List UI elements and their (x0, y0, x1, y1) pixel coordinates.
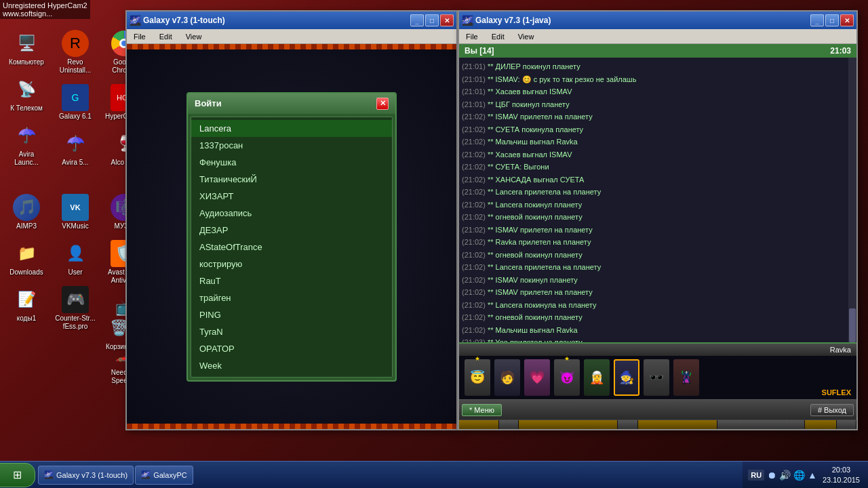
login-player-list[interactable]: Lancera 1337росан Фенушка ТитаническиЙ Х… (191, 117, 393, 378)
login-item-4[interactable]: ХИЗАРТ (191, 188, 392, 205)
login-dialog-title: Войти (195, 98, 222, 108)
tray-icon-arrow[interactable]: ▲ (808, 470, 817, 481)
menu-button[interactable]: * Меню (462, 404, 502, 416)
menu-file-right[interactable]: File (462, 31, 482, 42)
desktop-icon-vkmusic[interactable]: VK VKMusic (52, 191, 98, 233)
char-sprite-4[interactable]: 🧝 (584, 359, 610, 396)
msg-5: (21:02) ** СУЕТА покинула планету (462, 123, 846, 136)
window-controls-left: _ □ ✕ (410, 14, 454, 26)
minimize-button-right[interactable]: _ (810, 14, 824, 26)
login-item-5[interactable]: Аудиозапись (191, 205, 392, 222)
maximize-button-right[interactable]: □ (825, 14, 839, 26)
menu-edit-right[interactable]: Edit (488, 31, 509, 42)
char-sprite-7[interactable]: 🦹 (673, 359, 699, 396)
exit-button[interactable]: # Выход (810, 404, 854, 416)
msg-21: (21:02) ** Мальчиш выгнал Ravka (462, 324, 846, 337)
tray-time-display: 20:03 (823, 465, 860, 474)
login-item-12[interactable]: TyraN (191, 323, 392, 340)
msg-0: (21:01) ** ДИЛЕР покинул планету (462, 60, 846, 73)
char-name-bar: Ravka (459, 344, 856, 356)
prog-r-3 (519, 420, 618, 429)
menu-file-left[interactable]: File (130, 31, 150, 42)
taskbar-item-galaxy-touch[interactable]: 🌌 Galaxy v7.3 (1-touch) (38, 466, 134, 485)
window-icon-right: 🌌 (462, 15, 473, 26)
desktop-icon-avira[interactable]: ☂️ Avira Launc... (3, 119, 50, 169)
desktop-icon-cs[interactable]: 🎮 Counter-Str... fEss.pro (52, 283, 98, 333)
char-sprite-6[interactable]: 🕶️ (644, 359, 669, 396)
login-item-10[interactable]: трайген (191, 289, 392, 306)
login-item-13[interactable]: ОРАТОР (191, 340, 392, 357)
msg-18: (21:02) ** ISMAV прилетел на планету (462, 286, 846, 299)
icon-col-2: R Revo Uninstall... G Galaxy 6.1 ☂️ Avir… (52, 27, 100, 169)
msg-13: (21:02) ** ISMAV прилетел на планету (462, 224, 846, 237)
login-item-7[interactable]: AStateOfTrance (191, 239, 392, 256)
char-sprites-row: 😇 ★ 🧑 💗 😈 ★ 🧝 🧙 🕶️ 🦹 (459, 356, 856, 399)
char-sprite-active[interactable]: 🧙 (614, 359, 639, 396)
tray-lang[interactable]: RU (748, 470, 764, 481)
icon-col-4: 🎵 AIMP3 📁 Downloads 📝 коды1 (3, 191, 51, 388)
login-item-6[interactable]: ДЕЗАР (191, 222, 392, 239)
login-item-14[interactable]: Week (191, 357, 392, 374)
desktop-icon-ktelecom[interactable]: 📡 К Телеком (3, 73, 50, 115)
desktop-icon-kody[interactable]: 📝 коды1 (3, 283, 50, 325)
chat-scrollbar[interactable] (848, 58, 856, 342)
window-galaxy-java: 🌌 Galaxy v7.3 (1-java) _ □ ✕ File Edit V… (458, 10, 858, 430)
chat-time: 21:03 (830, 46, 851, 56)
msg-4: (21:02) ** ISMAV прилетел на планету (462, 110, 846, 123)
login-item-8[interactable]: кострирую (191, 256, 392, 272)
close-button-right[interactable]: ✕ (840, 14, 854, 26)
menu-edit-left[interactable]: Edit (155, 31, 176, 42)
msg-11: (21:02) ** Lancera покинул планету (462, 199, 846, 211)
window-controls-right: _ □ ✕ (810, 14, 854, 26)
char-sprite-0[interactable]: 😇 ★ (465, 359, 490, 396)
login-item-2[interactable]: Фенушка (191, 154, 392, 171)
window-title-left: Galaxy v7.3 (1-touch) (143, 16, 408, 25)
chat-messages-container[interactable]: (21:01) ** ДИЛЕР покинул планету (21:01)… (459, 58, 856, 342)
desktop-icon-aimp3[interactable]: 🎵 AIMP3 (3, 191, 50, 233)
login-close-button[interactable]: ✕ (376, 98, 389, 110)
window-titlebar-right[interactable]: 🌌 Galaxy v7.3 (1-java) _ □ ✕ (459, 12, 856, 29)
desktop-icon-revo[interactable]: R Revo Uninstall... (52, 27, 98, 77)
prog-r-1 (459, 420, 499, 429)
maximize-button-left[interactable]: □ (425, 14, 439, 26)
window-titlebar-left[interactable]: 🌌 Galaxy v7.3 (1-touch) _ □ ✕ (127, 12, 456, 29)
icon-col-1: 🖥️ Компьютер 📡 К Телеком ☂️ Avira Launc.… (3, 27, 51, 169)
start-icon: ⊞ (13, 468, 22, 481)
msg-3: (21:01) ** ЦБГ покинул планету (462, 98, 846, 111)
login-item-1[interactable]: 1337росан (191, 137, 392, 154)
desktop-icon-computer[interactable]: 🖥️ Компьютер (3, 27, 50, 69)
desktop-icon-galaxy[interactable]: G Galaxy 6.1 (52, 81, 98, 123)
minimize-button-left[interactable]: _ (410, 14, 424, 26)
msg-1: (21:01) ** ISMAV: 😊 с рук то так резко н… (462, 73, 846, 86)
login-item-11[interactable]: PING (191, 306, 392, 323)
prog-r-2 (499, 420, 519, 429)
window-title-right: Galaxy v7.3 (1-java) (475, 16, 808, 25)
desktop-icon-avira5[interactable]: ☂️ Avira 5... (52, 127, 98, 169)
desktop-icon-downloads[interactable]: 📁 Downloads (3, 237, 50, 279)
msg-17: (21:02) ** ISMAV покинул планету (462, 274, 846, 287)
menu-view-left[interactable]: View (182, 31, 206, 42)
desktop-icon-user[interactable]: 👤 User (52, 237, 98, 279)
chat-scrollbar-thumb[interactable] (849, 308, 856, 342)
start-button[interactable]: ⊞ (0, 463, 35, 487)
tray-icon-sound[interactable]: 🔊 (779, 470, 791, 481)
tray-clock[interactable]: 20:03 23.10.2015 (820, 465, 863, 485)
window-content-left: Войти ✕ Lancera 1337росан Фенушка Титани… (127, 44, 456, 429)
char-sprite-1[interactable]: 🧑 (494, 359, 520, 396)
msg-12: (21:02) ** огневой покинул планету (462, 211, 846, 224)
window-content-right: Вы [14] 21:03 (21:01) ** ДИЛЕР покинул п… (459, 44, 856, 429)
login-item-3[interactable]: ТитаническиЙ (191, 171, 392, 188)
char-sprite-2[interactable]: 💗 (524, 359, 550, 396)
msg-8: (21:02) ** СУЕТА: Выгони (462, 161, 846, 174)
menu-view-right[interactable]: View (514, 31, 538, 42)
tray-icon-record[interactable]: ⏺ (767, 470, 776, 481)
watermark: Unregistered HyperCam2 www.softsign... (0, 0, 90, 19)
tray-icon-network[interactable]: 🌐 (793, 470, 805, 481)
login-item-0[interactable]: Lancera (191, 120, 392, 137)
char-sprite-3[interactable]: 😈 ★ (554, 359, 580, 396)
login-item-9[interactable]: RauT (191, 272, 392, 289)
chat-area[interactable]: (21:01) ** ДИЛЕР покинул планету (21:01)… (459, 58, 856, 342)
taskbar-item-galaxypc[interactable]: 🌌 GalaxyPC (135, 466, 193, 485)
close-button-left[interactable]: ✕ (440, 14, 454, 26)
prog-r-6 (717, 420, 805, 429)
